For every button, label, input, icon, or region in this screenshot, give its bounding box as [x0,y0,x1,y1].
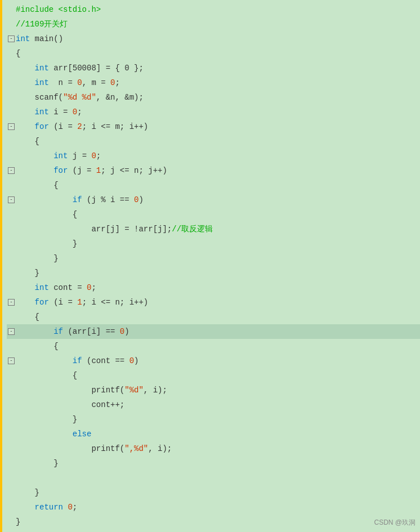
code-line: } [7,412,420,427]
white-token: ; [73,503,77,512]
code-text: int main() [16,32,420,46]
white-token: { [16,137,39,146]
code-text: for (i = 2; i <= m; i++) [16,119,420,134]
kw-token: int [16,64,49,73]
code-text: else [16,427,420,441]
fold-button[interactable]: - [8,167,15,174]
fold-col: - [7,328,16,335]
editor-container: #include <stdio.h>//1109开关灯-int main(){ … [0,0,420,532]
code-text: for (i = 1; i <= n; i++) [16,295,420,310]
fold-col: - [7,167,16,174]
code-line: int arr[50008] = { 0 }; [7,61,420,75]
code-line: else [7,427,420,441]
code-text: int j = 0; [16,149,420,163]
num-token: 1 [96,166,101,175]
code-text: for (j = 1; j <= n; j++) [16,163,420,178]
code-line: { [7,46,420,61]
code-text: } [16,266,420,280]
fold-button[interactable]: - [8,123,15,130]
white-token: scanf( [16,93,63,102]
white-token: { [16,312,39,321]
code-line: } [7,236,420,251]
code-line: } [7,251,420,266]
code-line: { [7,310,420,324]
white-token: n = [49,78,77,87]
white-token: ; [91,283,96,292]
fold-col: - [7,299,16,306]
code-text: if (arr[i] == 0) [16,324,420,339]
num-token: 0 [129,356,134,365]
code-text: //1109开关灯 [16,17,420,32]
white-token: , m = [82,78,110,87]
white-token: , i); [144,386,167,395]
code-text: } [16,251,420,266]
code-line: { [7,178,420,193]
white-token: ; [115,78,119,87]
white-token: } [16,254,59,263]
white-token: ; i <= m; i++) [82,122,149,131]
white-token: } [16,459,59,468]
fold-button[interactable]: - [8,357,15,364]
fold-button[interactable]: - [8,328,15,335]
code-line: - if (j % i == 0) [7,193,420,207]
white-token: arr[j] = !arr[j]; [16,225,172,234]
white-token: ) [134,356,138,365]
code-text: { [16,339,420,354]
code-text: if (j % i == 0) [16,193,420,207]
num-token: 0 [73,108,77,117]
comment-token: //取反逻辑 [172,225,213,234]
num-token: 2 [77,122,82,131]
code-text: int arr[50008] = { 0 }; [16,61,420,75]
code-text: { [16,368,420,383]
white-token: (arr[i] == [63,327,120,336]
str-token: "%d" [124,386,144,395]
code-text: int i = 0; [16,105,420,119]
fold-button[interactable]: - [8,299,15,306]
fold-button[interactable]: - [8,35,15,42]
white-token: ; j <= n; j++) [101,166,167,175]
code-area: #include <stdio.h>//1109开关灯-int main(){ … [2,0,420,532]
code-text: { [16,178,420,193]
white-token: (j % i == [82,195,134,204]
code-line: return 0; [7,500,420,515]
code-text: arr[j] = !arr[j];//取反逻辑 [16,222,420,236]
white-token: { [16,181,59,190]
code-line: } [7,456,420,471]
code-text: int n = 0, m = 0; [16,75,420,90]
code-line: #include <stdio.h> [7,2,420,17]
white-token: } [16,517,20,526]
code-text: } [16,456,420,471]
kw-token: else [16,430,91,439]
fold-col: - [7,123,16,130]
fold-button[interactable]: - [8,196,15,203]
fold-col: - [7,196,16,203]
fold-col: - [7,35,16,42]
kw-token: for [16,166,68,175]
white-token: } [16,269,39,278]
white-token: printf( [16,444,124,453]
num-token: 0 [77,78,82,87]
white-token: } [16,488,39,497]
kw-token: for [16,122,49,131]
str-token: "%d %d" [63,93,96,102]
code-line: { [7,134,420,149]
white-token: } [16,415,77,424]
code-line: int n = 0, m = 0; [7,75,420,90]
kw-token: int [16,34,30,43]
fold-col: - [7,357,16,364]
kw-token: int [16,78,49,87]
white-token: } [16,239,77,248]
white-token: { [16,342,59,351]
code-line: //1109开关灯 [7,17,420,32]
num-token: 0 [91,151,96,160]
white-token: (i = [49,122,77,131]
white-token: { [16,371,77,380]
code-text: { [16,310,420,324]
code-text: { [16,134,420,149]
comment-token: //1109开关灯 [16,20,68,29]
code-text: int cont = 0; [16,280,420,295]
white-token: ; [96,151,101,160]
code-line: arr[j] = !arr[j];//取反逻辑 [7,222,420,236]
code-line: { [7,207,420,222]
white-token: ) [138,195,143,204]
